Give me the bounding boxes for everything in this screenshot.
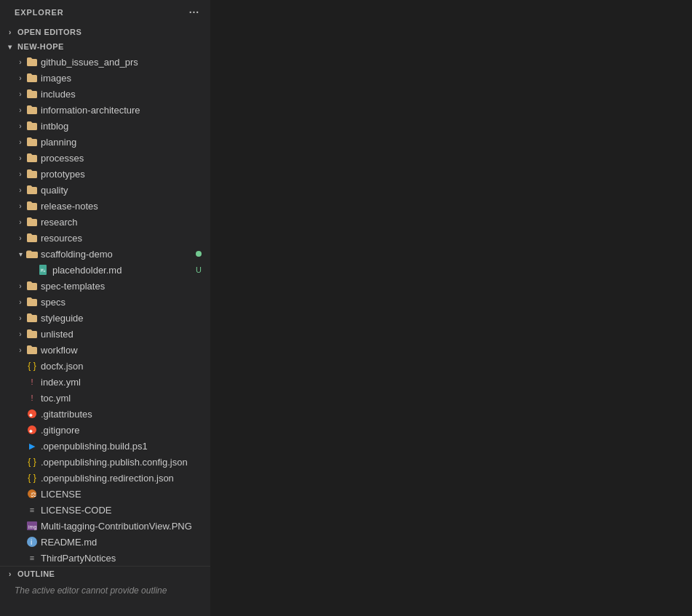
folder-github-issues[interactable]: github_issues_and_prs bbox=[0, 54, 210, 70]
folder-label: information-architecture bbox=[41, 105, 202, 116]
file-gitattributes[interactable]: ◆ .gitattributes bbox=[0, 406, 210, 422]
folder-scaffolding-demo[interactable]: scaffolding-demo bbox=[0, 246, 210, 262]
explorer-header: EXPLORER ··· bbox=[0, 0, 210, 25]
folder-release-notes[interactable]: release-notes bbox=[0, 198, 210, 214]
folder-spec-templates[interactable]: spec-templates bbox=[0, 278, 210, 294]
folder-icon bbox=[26, 152, 38, 164]
folder-planning[interactable]: planning bbox=[0, 134, 210, 150]
folder-includes[interactable]: includes bbox=[0, 86, 210, 102]
folder-chevron bbox=[15, 154, 26, 162]
new-hope-chevron bbox=[6, 43, 15, 51]
folder-label: resources bbox=[41, 233, 202, 244]
outline-message: The active editor cannot provide outline bbox=[0, 581, 210, 600]
folder-unlisted[interactable]: unlisted bbox=[0, 326, 210, 342]
file-openpublishing-publish-json[interactable]: { } .openpublishing.publish.config.json bbox=[0, 454, 210, 470]
folder-workflow[interactable]: workflow bbox=[0, 342, 210, 358]
folder-label: unlisted bbox=[41, 329, 202, 340]
folder-label: includes bbox=[41, 89, 202, 100]
folder-label: workflow bbox=[41, 345, 202, 356]
folder-chevron bbox=[15, 298, 26, 306]
sidebar: EXPLORER ··· OPEN EDITORS NEW-HOPE githu… bbox=[0, 0, 211, 616]
outline-section: OUTLINE The active editor cannot provide… bbox=[0, 566, 210, 600]
folder-resources[interactable]: resources bbox=[0, 230, 210, 246]
open-editors-chevron bbox=[6, 28, 15, 36]
folder-prototypes[interactable]: prototypes bbox=[0, 166, 210, 182]
folder-chevron bbox=[15, 346, 26, 354]
svg-text:◆: ◆ bbox=[29, 412, 33, 418]
info-file-icon: i bbox=[26, 536, 38, 548]
file-label: .openpublishing.publish.config.json bbox=[41, 457, 202, 468]
file-label: ThirdPartyNotices bbox=[41, 553, 202, 564]
md-file-icon: M↓ bbox=[38, 264, 49, 276]
modified-dot bbox=[196, 251, 202, 257]
file-gitignore[interactable]: ◆ .gitignore bbox=[0, 422, 210, 438]
folder-processes[interactable]: processes bbox=[0, 150, 210, 166]
file-license-code[interactable]: ≡ LICENSE-CODE bbox=[0, 502, 210, 518]
folder-label: images bbox=[41, 73, 202, 84]
folder-chevron bbox=[15, 58, 26, 66]
folder-quality[interactable]: quality bbox=[0, 182, 210, 198]
folder-chevron bbox=[15, 138, 26, 146]
file-label: Multi-tagging-ContributionView.PNG bbox=[41, 521, 202, 532]
folder-research[interactable]: research bbox=[0, 214, 210, 230]
file-license[interactable]: ⚖ LICENSE bbox=[0, 486, 210, 502]
file-label: .gitignore bbox=[41, 425, 202, 436]
folder-chevron bbox=[15, 202, 26, 210]
folder-chevron bbox=[15, 314, 26, 322]
png-file-icon: img bbox=[26, 520, 38, 532]
folder-label: research bbox=[41, 217, 202, 228]
folder-icon bbox=[26, 232, 38, 244]
file-multi-tagging-png[interactable]: img Multi-tagging-ContributionView.PNG bbox=[0, 518, 210, 534]
folder-label: scaffolding-demo bbox=[41, 249, 196, 260]
folder-chevron bbox=[15, 330, 26, 338]
folder-images[interactable]: images bbox=[0, 70, 210, 86]
explorer-title: EXPLORER bbox=[15, 8, 64, 17]
outline-header[interactable]: OUTLINE bbox=[0, 567, 210, 581]
folder-icon bbox=[26, 136, 38, 148]
new-hope-label: NEW-HOPE bbox=[17, 42, 64, 51]
git-file-icon: ◆ bbox=[26, 424, 38, 436]
folder-chevron bbox=[15, 186, 26, 194]
folder-icon bbox=[26, 88, 38, 100]
folder-chevron bbox=[15, 234, 26, 242]
folder-information-architecture[interactable]: information-architecture bbox=[0, 102, 210, 118]
file-placehdolder-md[interactable]: M↓ placehdolder.md U bbox=[0, 262, 210, 278]
new-hope-section[interactable]: NEW-HOPE bbox=[0, 39, 210, 54]
folder-icon bbox=[26, 328, 38, 340]
file-toc-yml[interactable]: ! toc.yml bbox=[0, 390, 210, 406]
file-label: .openpublishing.redirection.json bbox=[41, 473, 202, 484]
file-thirdpartynotices[interactable]: ≡ ThirdPartyNotices bbox=[0, 550, 210, 566]
file-label: README.md bbox=[41, 537, 202, 548]
folder-specs[interactable]: specs bbox=[0, 294, 210, 310]
file-label: toc.yml bbox=[41, 393, 202, 404]
folder-icon bbox=[26, 168, 38, 180]
folder-icon bbox=[26, 184, 38, 196]
outline-label: OUTLINE bbox=[17, 569, 55, 578]
file-index-yml[interactable]: ! index.yml bbox=[0, 374, 210, 390]
file-readme-md[interactable]: i README.md bbox=[0, 534, 210, 550]
json-file-icon: { } bbox=[26, 360, 38, 372]
file-openpublishing-build-ps1[interactable]: ▶ .openpublishing.build.ps1 bbox=[0, 438, 210, 454]
folder-label: processes bbox=[41, 153, 202, 164]
folder-styleguide[interactable]: styleguide bbox=[0, 310, 210, 326]
explorer-header-icons: ··· bbox=[187, 6, 202, 19]
folder-chevron bbox=[15, 282, 26, 290]
open-editors-label: OPEN EDITORS bbox=[17, 28, 81, 36]
file-docfx-json[interactable]: { } docfx.json bbox=[0, 358, 210, 374]
explorer-more-icon[interactable]: ··· bbox=[187, 6, 202, 19]
folder-intblog[interactable]: intblog bbox=[0, 118, 210, 134]
open-editors-section[interactable]: OPEN EDITORS bbox=[0, 25, 210, 39]
folder-label: spec-templates bbox=[41, 281, 202, 292]
file-openpublishing-redirection-json[interactable]: { } .openpublishing.redirection.json bbox=[0, 470, 210, 486]
folder-chevron bbox=[15, 170, 26, 178]
folder-chevron bbox=[15, 90, 26, 98]
license-file-icon: ⚖ bbox=[26, 488, 38, 500]
folder-icon bbox=[26, 296, 38, 308]
file-label: .gitattributes bbox=[41, 409, 202, 420]
folder-chevron bbox=[15, 250, 26, 258]
yaml-file-icon: ! bbox=[26, 392, 38, 404]
folder-icon bbox=[26, 200, 38, 212]
svg-text:⚖: ⚖ bbox=[31, 491, 36, 498]
file-label: index.yml bbox=[41, 377, 202, 388]
json-file-icon: { } bbox=[26, 472, 38, 484]
